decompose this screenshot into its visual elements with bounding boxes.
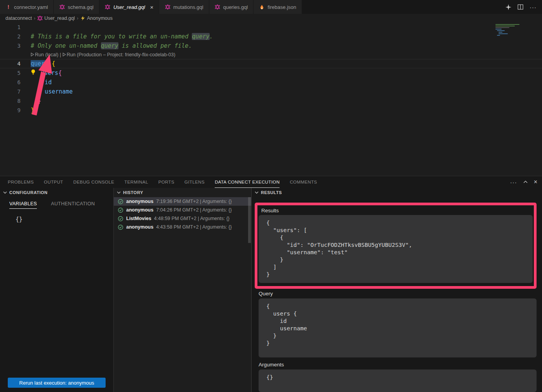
history-entry-name: anonymous bbox=[126, 199, 153, 204]
check-circle-icon bbox=[118, 216, 123, 222]
code-token: users bbox=[41, 69, 58, 76]
tab-schema.gql[interactable]: schema.gql bbox=[54, 0, 99, 14]
code-editor[interactable]: 12# This is a file for you to write an u… bbox=[0, 23, 542, 176]
code-line-6[interactable]: 6 id bbox=[0, 78, 542, 87]
graphql-icon bbox=[105, 4, 111, 10]
panel-tab-comments[interactable]: COMMENTS bbox=[290, 176, 317, 188]
close-tab-icon[interactable]: × bbox=[150, 4, 154, 10]
configuration-tabs: VARIABLES AUTHENTICATION bbox=[0, 201, 113, 209]
tab-connector.yaml[interactable]: !connector.yaml bbox=[0, 0, 54, 14]
minimap[interactable] bbox=[495, 24, 524, 36]
panel-tab-problems[interactable]: PROBLEMS bbox=[8, 176, 34, 188]
more-actions-icon[interactable]: ··· bbox=[530, 4, 537, 10]
tab-label: connector.yaml bbox=[14, 4, 48, 10]
variables-value[interactable]: {} bbox=[16, 216, 113, 223]
history-header[interactable]: HISTORY bbox=[114, 188, 251, 197]
split-editor-icon[interactable] bbox=[518, 4, 523, 10]
codelens-run-production[interactable]: Run (Production – Project: friendly-flix… bbox=[63, 52, 175, 57]
history-title: HISTORY bbox=[123, 190, 143, 195]
copilot-sparkle-icon[interactable] bbox=[506, 4, 511, 10]
lightbulb-icon[interactable] bbox=[31, 68, 41, 78]
code-line-1[interactable]: 1 bbox=[0, 23, 542, 32]
tab-firebase.json[interactable]: firebase.json bbox=[254, 0, 302, 14]
results-header[interactable]: RESULTS bbox=[252, 188, 542, 197]
close-panel-icon[interactable]: × bbox=[534, 179, 537, 185]
check-circle-icon bbox=[118, 199, 123, 205]
code-line-8[interactable]: 8 } bbox=[0, 96, 542, 106]
editor-actions: ··· bbox=[506, 0, 542, 14]
tab-label: firebase.json bbox=[268, 4, 296, 10]
code-token: # This is a file for you to write an un-… bbox=[31, 33, 192, 40]
panel-tab-gitlens[interactable]: GITLENS bbox=[184, 176, 205, 188]
history-entry[interactable]: ListMovies4:48:59 PM GMT+2 | Arguments: … bbox=[114, 214, 251, 223]
code-token: query bbox=[101, 42, 118, 49]
history-entry-meta: 7:19:36 PM GMT+2 | Arguments: {} bbox=[156, 199, 232, 204]
breadcrumb-item-Anonymous[interactable]: Anonymous bbox=[80, 16, 113, 21]
history-entry-meta: 4:48:59 PM GMT+2 | Arguments: {} bbox=[154, 216, 230, 221]
code-line-3[interactable]: 3# Only one un-named query is allowed pe… bbox=[0, 41, 542, 50]
code-token: query bbox=[192, 33, 209, 40]
tab-User_read.gql[interactable]: User_read.gql× bbox=[99, 0, 159, 14]
code-token: username bbox=[31, 88, 73, 95]
query-code: { users { id username } } bbox=[259, 298, 537, 357]
history-entry-name: ListMovies bbox=[126, 216, 151, 221]
codelens-run-local[interactable]: Run (local) bbox=[31, 52, 58, 57]
flame-icon bbox=[259, 4, 265, 10]
code-token bbox=[31, 97, 38, 104]
line-number: 6 bbox=[0, 78, 31, 87]
tab-queries.gql[interactable]: queries.gql bbox=[209, 0, 254, 14]
arguments-code: {} bbox=[259, 369, 537, 392]
graphql-icon bbox=[59, 4, 65, 10]
code-token bbox=[48, 60, 52, 67]
panel-tab-debug-console[interactable]: DEBUG CONSOLE bbox=[73, 176, 115, 188]
code-line-9[interactable]: 9} bbox=[0, 106, 542, 115]
breadcrumb-item-dataconnect[interactable]: dataconnect bbox=[5, 16, 32, 21]
code-line-4[interactable]: 4query { bbox=[0, 59, 542, 68]
panel-tab-terminal[interactable]: TERMINAL bbox=[124, 176, 148, 188]
tab-label: queries.gql bbox=[223, 4, 248, 10]
history-entry[interactable]: anonymous4:43:58 PM GMT+2 | Arguments: {… bbox=[114, 223, 251, 231]
configuration-section: CONFIGURATION VARIABLES AUTHENTICATION {… bbox=[0, 188, 114, 392]
graphql-icon bbox=[37, 16, 43, 21]
configuration-header[interactable]: CONFIGURATION bbox=[0, 188, 113, 197]
history-scrollbar[interactable] bbox=[248, 197, 251, 243]
breadcrumb-separator: › bbox=[77, 16, 78, 21]
results-label: Results bbox=[261, 208, 533, 213]
line-number: 5 bbox=[0, 68, 31, 78]
breadcrumb-label: User_read.gql bbox=[44, 16, 75, 21]
check-circle-icon bbox=[118, 207, 123, 213]
code-token: } bbox=[31, 107, 34, 114]
line-number: 9 bbox=[0, 106, 31, 115]
rerun-button[interactable]: Rerun last execution: anonymous bbox=[8, 378, 106, 388]
operation-icon bbox=[80, 16, 85, 21]
panel-tab-ports[interactable]: PORTS bbox=[158, 176, 174, 188]
panel-tab-output[interactable]: OUTPUT bbox=[44, 176, 63, 188]
tab-mutations.gql[interactable]: mutations.gql bbox=[159, 0, 209, 14]
breadcrumb-label: dataconnect bbox=[5, 16, 32, 21]
codelens-row: Run (local) | Run (Production – Project:… bbox=[0, 50, 542, 59]
bottom-panel: PROBLEMSOUTPUTDEBUG CONSOLETERMINALPORTS… bbox=[0, 176, 542, 392]
line-number: 8 bbox=[0, 96, 31, 106]
code-line-2[interactable]: 2# This is a file for you to write an un… bbox=[0, 32, 542, 41]
code-line-7[interactable]: 7 username bbox=[0, 87, 542, 96]
line-number: 2 bbox=[0, 32, 31, 41]
tab-authentication[interactable]: AUTHENTICATION bbox=[51, 201, 95, 209]
panel-actions: ··· × bbox=[510, 179, 537, 186]
breadcrumb-item-User_read.gql[interactable]: User_read.gql bbox=[37, 16, 75, 21]
panel-more-actions-icon[interactable]: ··· bbox=[510, 179, 517, 186]
arguments-label: Arguments bbox=[259, 362, 542, 368]
history-entry[interactable]: anonymous7:04:26 PM GMT+2 | Arguments: {… bbox=[114, 206, 251, 214]
tab-label: User_read.gql bbox=[113, 4, 145, 10]
tab-label: schema.gql bbox=[68, 4, 93, 10]
breadcrumb: dataconnect›User_read.gql›Anonymous bbox=[0, 14, 542, 23]
tab-variables[interactable]: VARIABLES bbox=[9, 201, 37, 209]
maximize-panel-icon[interactable] bbox=[523, 179, 528, 186]
code-token: } bbox=[38, 97, 41, 104]
code-token: is allowed per file. bbox=[118, 42, 192, 49]
history-entry[interactable]: anonymous7:19:36 PM GMT+2 | Arguments: {… bbox=[114, 197, 251, 206]
panel-tab-data-connect-execution[interactable]: DATA CONNECT EXECUTION bbox=[215, 176, 280, 188]
code-line-5[interactable]: 5users{ bbox=[0, 68, 542, 78]
code-token: # Only one un-named bbox=[31, 42, 101, 49]
graphql-icon bbox=[165, 4, 170, 10]
breadcrumb-label: Anonymous bbox=[87, 16, 113, 21]
